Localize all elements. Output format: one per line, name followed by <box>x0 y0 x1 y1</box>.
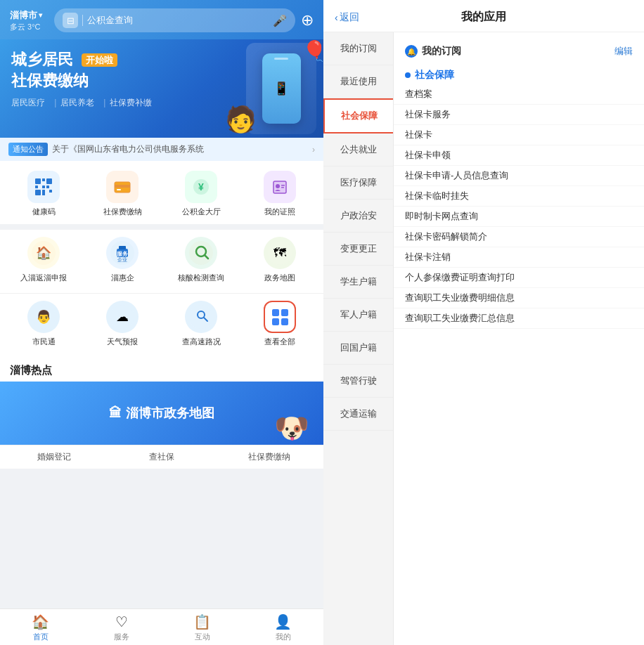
sidebar-item-driving[interactable]: 驾管行驶 <box>323 365 393 398</box>
svg-rect-0 <box>35 178 41 184</box>
svg-rect-3 <box>35 185 38 188</box>
sidebar-item-recent[interactable]: 最近使用 <box>323 65 393 98</box>
map-large-icon: 🏛 <box>109 406 122 420</box>
nav-service[interactable]: ♡ 服务 <box>81 613 162 642</box>
content-item-proof-print[interactable]: 个人参保缴费证明查询打印 <box>394 268 644 288</box>
notice-label: 通知公告 <box>8 143 48 156</box>
svg-point-35 <box>189 305 213 329</box>
content-item-archive[interactable]: 查档案 <box>394 84 644 105</box>
return-zibo-label: 入淄返淄申报 <box>20 273 67 283</box>
nav-interact[interactable]: 📋 互动 <box>162 613 243 642</box>
content-item-card-temp-loss[interactable]: 社保卡临时挂失 <box>394 186 644 207</box>
quick-icon-map[interactable]: 🗺 政务地图 <box>243 237 316 283</box>
right-body: 我的订阅 最近使用 社会保障 公共就业 医疗保障 户政治安 变更更正 学生户籍 <box>323 32 644 645</box>
svg-text:服务: 服务 <box>116 251 129 257</box>
quick-icon-highway[interactable]: 查高速路况 <box>165 301 238 347</box>
nav-home-label: 首页 <box>33 632 49 642</box>
svg-text:企业: 企业 <box>117 257 127 262</box>
sidebar-item-change[interactable]: 变更更正 <box>323 233 393 266</box>
view-all-icon <box>264 301 296 333</box>
sidebar-item-subscription[interactable]: 我的订阅 <box>323 32 393 65</box>
nav-service-label: 服务 <box>114 632 129 642</box>
content-item-card[interactable]: 社保卡 <box>394 125 644 145</box>
highway-label: 查高速路况 <box>182 337 221 347</box>
right-header: ‹ 返回 我的应用 <box>323 0 644 32</box>
svg-text:☁: ☁ <box>116 310 129 324</box>
hot-banner-text: 🏛 淄博市政务地图 <box>109 405 214 422</box>
notice-bar[interactable]: 通知公告 关于《国网山东省电力公司供电服务系统 › <box>0 138 323 161</box>
hot-character: 🐶 <box>274 412 309 445</box>
quick-icon-weather[interactable]: ☁ 天气预报 <box>86 301 159 347</box>
svg-rect-23 <box>119 246 126 249</box>
subscription-title: 🔔 我的订阅 <box>405 45 461 58</box>
quick-icons-row1: 健康码 社保费缴纳 ¥ 公积金大厅 我的证照 <box>0 161 323 224</box>
content-item-card-pwd-unlock[interactable]: 社保卡密码解锁简介 <box>394 227 644 247</box>
sidebar-item-public-employment[interactable]: 公共就业 <box>323 133 393 167</box>
hot-banner[interactable]: 🏛 淄博市政务地图 🐶 <box>0 382 323 445</box>
quick-icon-fund-hall[interactable]: ¥ 公积金大厅 <box>165 171 238 217</box>
sidebar-item-student-hukou[interactable]: 学生户籍 <box>323 266 393 299</box>
sidebar-item-social-security[interactable]: 社会保障 <box>323 98 393 133</box>
content-item-card-service[interactable]: 社保卡服务 <box>394 105 644 125</box>
quick-icon-nucleic[interactable]: 核酸检测查询 <box>165 237 238 283</box>
back-button[interactable]: ‹ 返回 <box>335 11 359 24</box>
svg-point-26 <box>189 241 213 265</box>
section-dot-icon <box>405 72 411 78</box>
nav-mine[interactable]: 👤 我的 <box>243 613 323 642</box>
fund-hall-icon: ¥ <box>185 171 217 203</box>
dropdown-arrow-icon[interactable]: ▾ <box>39 11 42 19</box>
content-item-instant-card[interactable]: 即时制卡网点查询 <box>394 207 644 227</box>
mic-icon[interactable]: 🎤 <box>273 14 287 27</box>
social-pay-icon <box>106 171 139 203</box>
map-icon: 🗺 <box>264 237 296 269</box>
interact-nav-icon: 📋 <box>193 613 211 630</box>
svg-rect-8 <box>49 190 52 193</box>
sidebar-item-transport[interactable]: 交通运输 <box>323 398 393 431</box>
content-item-card-apply[interactable]: 社保卡申领 <box>394 145 644 166</box>
app-header: 淄博市 ▾ 多云 3°C ⊟ 公积金查询 🎤 ⊕ <box>0 0 323 39</box>
quick-icon-my-cert[interactable]: 我的证照 <box>243 171 316 217</box>
nav-home[interactable]: 🏠 首页 <box>0 613 81 642</box>
quick-icon-social-pay[interactable]: 社保费缴纳 <box>86 171 159 217</box>
quick-icon-health-code[interactable]: 健康码 <box>7 171 80 217</box>
hot-tab-social[interactable]: 查社保 <box>108 445 215 469</box>
add-button[interactable]: ⊕ <box>301 11 314 30</box>
sidebar-item-medical[interactable]: 医疗保障 <box>323 167 393 200</box>
svg-rect-18 <box>281 187 284 188</box>
quick-icon-view-all[interactable]: 查看全部 <box>243 301 316 347</box>
hot-tabs: 婚姻登记 查社保 社保费缴纳 <box>0 445 323 469</box>
hot-section-title: 淄博热点 <box>0 357 323 382</box>
svg-rect-4 <box>42 185 45 188</box>
edit-button[interactable]: 编辑 <box>614 45 633 58</box>
sidebar-item-household[interactable]: 户政治安 <box>323 200 393 233</box>
svg-rect-1 <box>42 178 45 181</box>
quick-icon-zihui[interactable]: 服务企业 淄惠企 <box>86 237 159 283</box>
phone-shape: 📱 <box>262 53 301 124</box>
search-input[interactable]: 公积金查询 <box>87 14 269 27</box>
city-info: 淄博市 ▾ 多云 3°C <box>10 9 49 32</box>
content-item-unemployment-summary[interactable]: 查询职工失业缴费汇总信息 <box>394 308 644 329</box>
content-item-card-apply-info[interactable]: 社保卡申请-人员信息查询 <box>394 166 644 186</box>
social-security-section-title: 社会保障 <box>394 63 644 84</box>
quick-icon-return-zibo[interactable]: 🏠 入淄返淄申报 <box>7 237 80 283</box>
hot-tab-marriage[interactable]: 婚姻登记 <box>0 445 108 469</box>
bell-icon: 🔔 <box>405 45 418 58</box>
svg-rect-5 <box>46 185 49 188</box>
nav-mine-label: 我的 <box>276 632 291 642</box>
social-pay-label: 社保费缴纳 <box>103 207 142 217</box>
city-name: 淄博市 ▾ <box>10 9 49 22</box>
search-bar[interactable]: ⊟ 公积金查询 🎤 <box>54 8 295 32</box>
hot-tab-social-pay[interactable]: 社保费缴纳 <box>216 445 323 469</box>
quick-icon-citizen[interactable]: 👨 市民通 <box>7 301 80 347</box>
sidebar-item-military-hukou[interactable]: 军人户籍 <box>323 299 393 332</box>
my-cert-label: 我的证照 <box>264 207 295 217</box>
content-item-card-cancel[interactable]: 社保卡注销 <box>394 247 644 268</box>
sidebar-item-return-hukou[interactable]: 回国户籍 <box>323 332 393 365</box>
svg-text:👨: 👨 <box>36 309 52 325</box>
category-content: 🔔 我的订阅 编辑 社会保障 查档案 社保卡服务 社保卡 社保卡申领 社保卡申请… <box>394 32 644 645</box>
content-item-unemployment-detail[interactable]: 查询职工失业缴费明细信息 <box>394 288 644 308</box>
hero-banner: 城乡居民 开始啦 社保费缴纳 居民医疗 | 居民养老 | 社保费补缴 📱 🎈 🧑 <box>0 39 323 138</box>
back-chevron-icon: ‹ <box>335 12 338 23</box>
map-label: 政务地图 <box>264 273 295 283</box>
notice-text: 关于《国网山东省电力公司供电服务系统 <box>52 143 308 155</box>
